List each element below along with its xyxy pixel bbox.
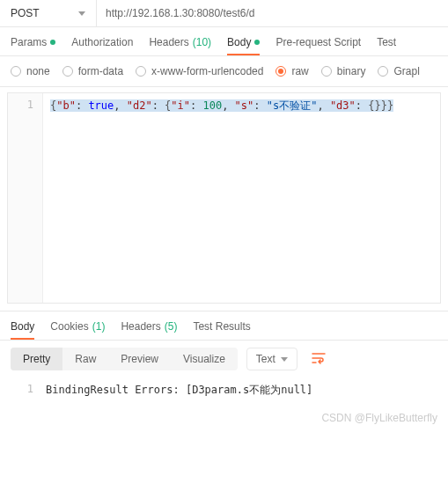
code-content[interactable]: {"b": true, "d2": {"i": 100, "s": "s不验证"… (43, 93, 440, 303)
resp-tab-cookies[interactable]: Cookies (1) (50, 320, 105, 340)
tab-tests[interactable]: Test (377, 36, 396, 55)
tab-body[interactable]: Body (227, 36, 260, 55)
radio-raw-label: raw (291, 65, 308, 77)
chevron-down-icon (281, 357, 288, 362)
response-tabs: Body Cookies (1) Headers (5) Test Result… (0, 311, 448, 341)
resp-tab-test-results[interactable]: Test Results (193, 320, 250, 340)
wrap-icon (312, 352, 326, 364)
view-visualize-button[interactable]: Visualize (171, 348, 238, 370)
tab-headers-count: (10) (193, 36, 211, 48)
tab-prerequest-label: Pre-request Script (275, 36, 361, 48)
status-dot-icon (50, 40, 55, 45)
resp-tab-headers-count: (5) (165, 320, 178, 333)
radio-icon (11, 66, 21, 77)
response-text[interactable]: BindingResult Errors: [D3param.s不能为null] (42, 381, 441, 399)
line-number: 1 (27, 383, 33, 395)
watermark-text: CSDN @FlyLikeButterfly (0, 410, 448, 429)
response-type-select[interactable]: Text (246, 348, 297, 370)
line-gutter: 1 (7, 381, 42, 399)
radio-form-data-label: form-data (78, 65, 123, 77)
request-tabs: Params Authorization Headers (10) Body P… (0, 27, 448, 56)
resp-tab-body[interactable]: Body (11, 320, 34, 340)
http-method-label: POST (11, 7, 78, 19)
radio-icon (136, 66, 146, 77)
tab-params-label: Params (11, 36, 47, 48)
url-input[interactable] (97, 0, 448, 26)
resp-tab-cookies-label: Cookies (50, 320, 88, 333)
request-body-editor[interactable]: 1 {"b": true, "d2": {"i": 100, "s": "s不验… (7, 92, 441, 304)
resp-tab-test-results-label: Test Results (193, 320, 250, 333)
line-gutter: 1 (8, 93, 43, 303)
resp-tab-headers[interactable]: Headers (5) (121, 320, 177, 340)
tab-prerequest[interactable]: Pre-request Script (275, 36, 361, 55)
http-method-select[interactable]: POST (0, 0, 97, 26)
line-number: 1 (27, 99, 33, 111)
radio-graphql[interactable]: Grapl (378, 65, 419, 77)
wrap-lines-button[interactable] (306, 348, 331, 370)
tab-authorization-label: Authorization (71, 36, 133, 48)
view-preview-button[interactable]: Preview (108, 348, 171, 370)
tab-params[interactable]: Params (11, 36, 55, 55)
body-type-radios: none form-data x-www-form-urlencoded raw… (0, 56, 448, 87)
resp-tab-headers-label: Headers (121, 320, 160, 333)
radio-urlencoded[interactable]: x-www-form-urlencoded (136, 65, 263, 77)
resp-tab-cookies-count: (1) (92, 320, 106, 333)
radio-raw[interactable]: raw (275, 65, 308, 77)
resp-tab-body-label: Body (11, 320, 34, 333)
tab-authorization[interactable]: Authorization (71, 36, 133, 55)
radio-icon (62, 66, 73, 77)
request-top-bar: POST (0, 0, 448, 27)
radio-icon (321, 66, 332, 77)
radio-binary-label: binary (337, 65, 366, 77)
radio-urlencoded-label: x-www-form-urlencoded (151, 65, 263, 77)
radio-none-label: none (26, 65, 50, 77)
response-toolbar: Pretty Raw Preview Visualize Text (0, 341, 448, 377)
radio-none[interactable]: none (11, 65, 50, 77)
radio-binary[interactable]: binary (321, 65, 366, 77)
status-dot-icon (254, 40, 260, 45)
tab-body-label: Body (227, 36, 251, 48)
view-raw-button[interactable]: Raw (62, 348, 108, 370)
radio-graphql-label: Grapl (393, 65, 419, 77)
tab-headers-label: Headers (149, 36, 188, 48)
radio-form-data[interactable]: form-data (62, 65, 123, 77)
view-pretty-button[interactable]: Pretty (11, 348, 62, 370)
response-type-label: Text (256, 353, 275, 365)
response-body: 1 BindingResult Errors: [D3param.s不能为nul… (0, 377, 448, 410)
tab-headers[interactable]: Headers (10) (149, 36, 211, 55)
radio-icon (275, 66, 286, 77)
tab-tests-label: Test (377, 36, 396, 48)
chevron-down-icon (78, 11, 85, 16)
view-mode-segment: Pretty Raw Preview Visualize (11, 348, 238, 370)
radio-icon (378, 66, 388, 77)
